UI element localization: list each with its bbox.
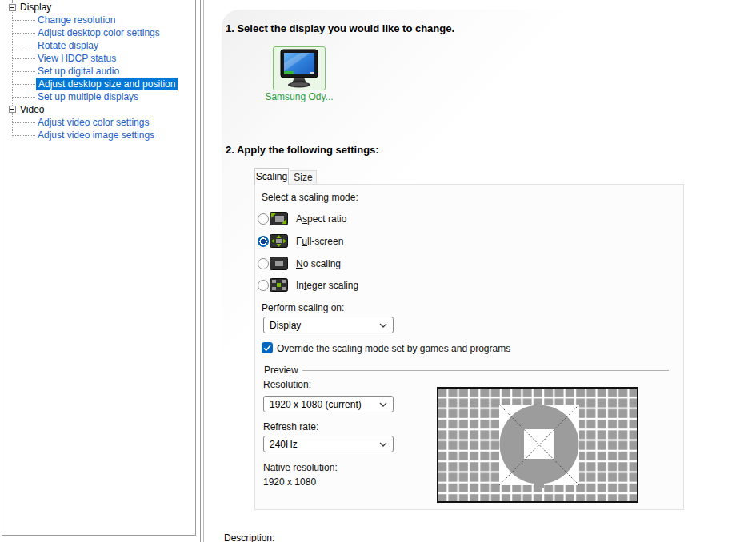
full-screen-label[interactable]: Full-screen [296,236,343,247]
preview-group-line [302,370,669,371]
radio-aspect-ratio[interactable] [258,213,269,225]
label-post: ll-screen [307,236,343,247]
aspect-ratio-icon [270,212,288,225]
chevron-down-icon [379,402,387,407]
label-mnemonic: N [296,258,303,269]
tree-item-label: Rotate display [38,39,98,52]
collapse-icon[interactable] [9,106,16,113]
native-resolution-label: Native resolution: [263,462,338,473]
resolution-dropdown[interactable]: 1920 x 1080 (current) [263,396,394,412]
tree-item-label: Adjust video image settings [38,129,154,141]
tree-group-label: Display [20,1,51,14]
refresh-rate-label: Refresh rate: [263,421,318,432]
label-post: o scaling [303,258,341,269]
tree-connector [13,84,35,85]
tree-item-view-hdcp-status[interactable]: View HDCP status [2,52,195,65]
tree-item-set-up-digital-audio[interactable]: Set up digital audio [2,65,195,78]
tree-connector [13,46,35,46]
perform-scaling-label: Perform scaling on: [262,302,344,313]
tree-connector [13,71,35,72]
no-scaling-label[interactable]: No scaling [296,258,341,269]
radio-no-scaling[interactable] [258,258,269,269]
full-screen-icon [270,234,288,248]
nvidia-control-panel: Display Change resolution Adjust desktop… [0,0,756,542]
preview-group-label: Preview [264,365,298,376]
tree-item-rotate-display[interactable]: Rotate display [2,39,195,52]
perform-scaling-dropdown[interactable]: Display [263,317,394,333]
tree-group-display[interactable]: Display [2,1,195,14]
dropdown-value: 240Hz [270,439,298,450]
tree-item-label: Set up digital audio [38,65,119,78]
task-tree-panel: Display Change resolution Adjust desktop… [2,0,196,536]
tree-item-adjust-desktop-size-position[interactable]: Adjust desktop size and position [2,78,195,90]
tree-connector [13,122,35,123]
tab-size[interactable]: Size [290,170,317,184]
chevron-down-icon [379,442,387,447]
radio-integer-scaling[interactable] [258,280,269,291]
resolution-label: Resolution: [263,379,311,390]
minus-glyph [10,109,14,110]
tree-connector [13,33,35,34]
integer-scaling-label[interactable]: Integer scaling [296,280,358,291]
panel-splitter[interactable] [200,0,201,542]
tree-connector [13,97,35,98]
override-label: Override the scaling mode set by games a… [277,343,510,354]
panel-splitter-highlight [203,0,204,542]
tree-item-label: Change resolution [38,14,115,26]
tree-item-adjust-video-color[interactable]: Adjust video color settings [2,116,195,129]
tree-connector [13,20,35,21]
minus-glyph [10,7,14,8]
tree-item-adjust-desktop-color[interactable]: Adjust desktop color settings [2,26,195,39]
label-post: pect ratio [307,213,346,225]
check-icon [262,343,272,353]
scaling-preview-image [437,387,638,503]
tree-item-label: View HDCP status [38,52,116,65]
description-label: Description: [224,532,274,542]
label-post: eger scaling [306,280,358,291]
step2-heading: 2. Apply the following settings: [226,144,379,156]
tree-item-label-selected: Adjust desktop size and position [36,78,178,90]
tree-item-label: Adjust video color settings [38,116,149,129]
monitor-icon [274,47,325,90]
override-checkbox[interactable] [262,342,273,353]
refresh-rate-dropdown[interactable]: 240Hz [263,436,394,452]
integer-scaling-icon [270,278,288,292]
label-pre: A [296,213,302,225]
label-pre: In [296,280,304,291]
aspect-ratio-label[interactable]: Aspect ratio [296,213,346,225]
tree-group-video[interactable]: Video [2,103,195,116]
tree-connector [13,135,35,136]
tree-item-adjust-video-image[interactable]: Adjust video image settings [2,129,195,141]
tree-item-change-resolution[interactable]: Change resolution [2,14,195,26]
display-name-label: Samsung Ody... [261,91,338,102]
collapse-icon[interactable] [9,4,16,11]
tree-item-label: Adjust desktop color settings [38,26,160,39]
tab-scaling[interactable]: Scaling [254,168,289,185]
tree-item-set-up-multiple-displays[interactable]: Set up multiple displays [2,90,195,103]
display-thumbnail-selected[interactable] [273,46,326,90]
radio-full-screen[interactable] [258,236,269,247]
dropdown-value: Display [270,320,301,331]
tree-connector [13,58,35,59]
tree-item-label: Set up multiple displays [38,90,138,103]
chevron-down-icon [379,323,387,328]
native-resolution-value: 1920 x 1080 [263,476,316,488]
scaling-mode-section-label: Select a scaling mode: [262,192,358,203]
tree-group-label: Video [20,103,44,116]
dropdown-value: 1920 x 1080 (current) [270,399,362,410]
step1-heading: 1. Select the display you would like to … [226,22,454,34]
no-scaling-icon [270,257,288,270]
